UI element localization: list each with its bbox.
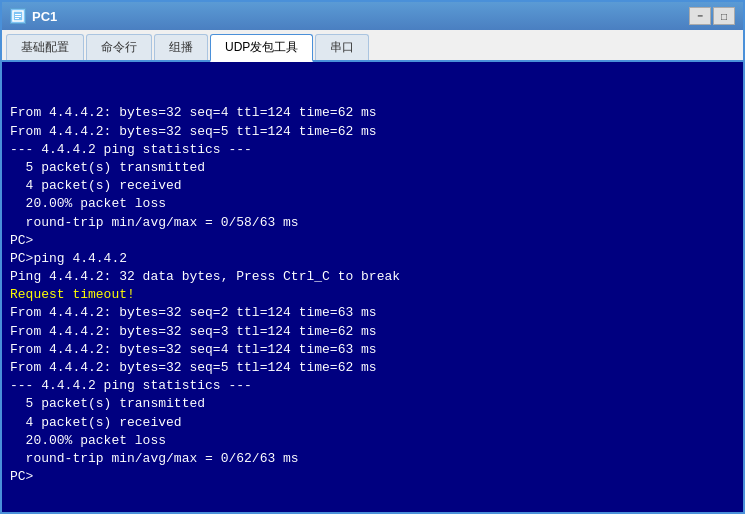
- window-icon: [10, 8, 26, 24]
- terminal-line: PC>: [10, 468, 735, 486]
- svg-rect-1: [15, 14, 21, 15]
- main-window: PC1 － □ 基础配置 命令行 组播 UDP发包工具 串口 From 4.4.…: [0, 0, 745, 514]
- terminal-line: 4 packet(s) received: [10, 177, 735, 195]
- terminal-line: round-trip min/avg/max = 0/58/63 ms: [10, 214, 735, 232]
- tab-command-line[interactable]: 命令行: [86, 34, 152, 60]
- terminal-line: From 4.4.4.2: bytes=32 seq=4 ttl=124 tim…: [10, 104, 735, 122]
- terminal-line: 5 packet(s) transmitted: [10, 395, 735, 413]
- terminal-line: From 4.4.4.2: bytes=32 seq=3 ttl=124 tim…: [10, 323, 735, 341]
- terminal-line: Ping 4.4.4.2: 32 data bytes, Press Ctrl_…: [10, 268, 735, 286]
- tab-serial[interactable]: 串口: [315, 34, 369, 60]
- terminal-line: PC>ping 4.4.4.2: [10, 250, 735, 268]
- window-title: PC1: [32, 9, 689, 24]
- terminal-output[interactable]: From 4.4.4.2: bytes=32 seq=4 ttl=124 tim…: [2, 62, 743, 512]
- title-bar: PC1 － □: [2, 2, 743, 30]
- terminal-line: 20.00% packet loss: [10, 195, 735, 213]
- terminal-line: PC>: [10, 232, 735, 250]
- terminal-line: 4 packet(s) received: [10, 414, 735, 432]
- terminal-line: From 4.4.4.2: bytes=32 seq=5 ttl=124 tim…: [10, 359, 735, 377]
- terminal-line: From 4.4.4.2: bytes=32 seq=5 ttl=124 tim…: [10, 123, 735, 141]
- tab-multicast[interactable]: 组播: [154, 34, 208, 60]
- terminal-line: round-trip min/avg/max = 0/62/63 ms: [10, 450, 735, 468]
- terminal-line: 5 packet(s) transmitted: [10, 159, 735, 177]
- tab-bar: 基础配置 命令行 组播 UDP发包工具 串口: [2, 30, 743, 62]
- window-controls: － □: [689, 7, 735, 25]
- terminal-line: --- 4.4.4.2 ping statistics ---: [10, 141, 735, 159]
- svg-rect-3: [15, 18, 19, 19]
- tab-basic-config[interactable]: 基础配置: [6, 34, 84, 60]
- terminal-line: Request timeout!: [10, 286, 735, 304]
- maximize-button[interactable]: □: [713, 7, 735, 25]
- terminal-line: From 4.4.4.2: bytes=32 seq=4 ttl=124 tim…: [10, 341, 735, 359]
- tab-udp-tool[interactable]: UDP发包工具: [210, 34, 313, 62]
- terminal-line: 20.00% packet loss: [10, 432, 735, 450]
- terminal-line: From 4.4.4.2: bytes=32 seq=2 ttl=124 tim…: [10, 304, 735, 322]
- terminal-line: --- 4.4.4.2 ping statistics ---: [10, 377, 735, 395]
- minimize-button[interactable]: －: [689, 7, 711, 25]
- svg-rect-2: [15, 16, 21, 17]
